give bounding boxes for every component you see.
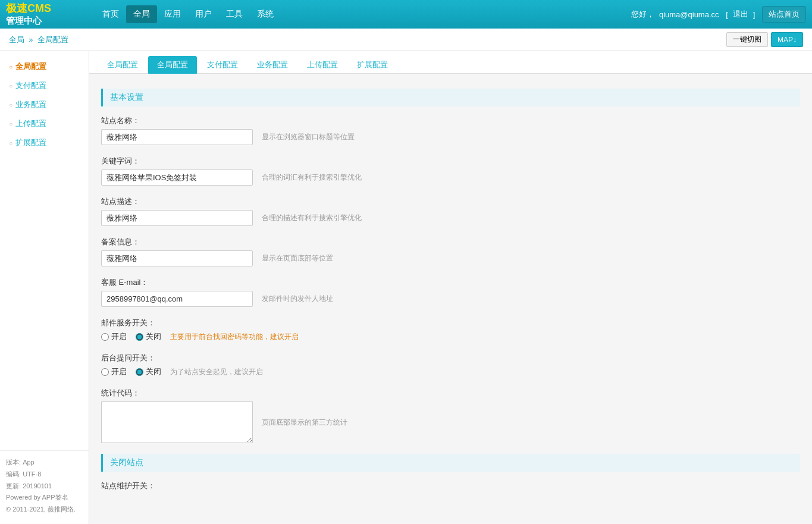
input-stats-code[interactable] [101,401,253,443]
nav-menu: 首页 全局 应用 用户 工具 系统 [95,5,631,23]
radio-backend-on-label: 开启 [111,366,127,377]
radio-group-backend: 开启 关闭 [101,366,161,377]
nav-user[interactable]: 用户 [188,5,219,23]
field-stats-code: 统计代码： 页面底部显示的第三方统计 [101,388,800,443]
nav-tools[interactable]: 工具 [219,5,250,23]
radio-mail-off[interactable]: 关闭 [136,331,161,342]
form-content: 基本设置 站点名称： 显示在浏览器窗口标题等位置 关键字词： 合理的词汇有利于搜… [89,74,812,511]
label-site-name: 站点名称： [101,115,800,126]
map-button[interactable]: MAP↓ [771,32,803,47]
sidebar-item-upload[interactable]: 上传配置 [0,114,89,133]
sidebar-footer: 版本: App 编码: UTF-8 更新: 20190101 Powered b… [0,450,89,522]
logo: 极速CMS 管理中心 [6,2,95,26]
radio-backend-off-input[interactable] [136,368,143,376]
radio-mail-on[interactable]: 开启 [101,331,127,342]
field-email: 客服 E-mail： 发邮件时的发件人地址 [101,277,800,307]
hint-beian: 显示在页面底部等位置 [262,253,333,263]
sidebar-item-global[interactable]: 全局配置 [0,57,89,76]
input-row-email: 发邮件时的发件人地址 [101,291,800,307]
sidebar-item-payment[interactable]: 支付配置 [0,76,89,95]
hint-mail-switch: 主要用于前台找回密码等功能，建议开启 [170,332,299,342]
tab-global-config[interactable]: 全局配置 [148,56,197,74]
radio-backend-off-label: 关闭 [146,366,161,377]
label-mail-switch: 邮件服务开关： [101,318,800,328]
input-row-site-name: 显示在浏览器窗口标题等位置 [101,129,800,145]
field-backend-switch: 后台提问开关： 开启 关闭 为了站点安全起见，建议开启 [101,353,800,377]
logo-line2: 管理中心 [6,15,95,26]
version-info: 版本: App [6,457,83,469]
nav-global[interactable]: 全局 [126,5,157,23]
breadcrumb: 全局 » 全局配置 [9,34,68,45]
sidebar: 全局配置 支付配置 业务配置 上传配置 扩展配置 版本: App 编码: UTF… [0,51,89,524]
powered-by: Powered by APP签名 [6,492,83,504]
input-row-site-desc: 合理的描述有利于搜索引擎优化 [101,210,800,226]
tab-extend-config[interactable]: 扩展配置 [348,56,397,74]
field-site-desc: 站点描述： 合理的描述有利于搜索引擎优化 [101,196,800,226]
hint-stats-code: 页面底部显示的第三方统计 [262,418,347,428]
sidebar-item-extend[interactable]: 扩展配置 [0,133,89,152]
tab-upload-config[interactable]: 上传配置 [298,56,347,74]
update-info: 更新: 20190101 [6,481,83,492]
field-site-maintain: 站点维护开关： [101,481,800,491]
radio-mail-off-input[interactable] [136,333,143,341]
label-keywords: 关键字词： [101,156,800,167]
label-site-maintain: 站点维护开关： [101,481,800,491]
tab-business-config[interactable]: 业务配置 [248,56,297,74]
breadcrumb-root[interactable]: 全局 [9,35,24,44]
breadcrumb-current: 全局配置 [37,35,68,44]
input-row-mail-switch: 开启 关闭 主要用于前台找回密码等功能，建议开启 [101,331,800,342]
label-beian: 备案信息： [101,237,800,247]
input-row-stats-code: 页面底部显示的第三方统计 [101,401,800,443]
encoding-info: 编码: UTF-8 [6,469,83,481]
site-home-button[interactable]: 站点首页 [762,6,806,23]
yijian-button[interactable]: 一键切图 [726,32,768,47]
header-right: 您好， qiuma@qiuma.cc [退出] 站点首页 [631,6,806,23]
hint-site-desc: 合理的描述有利于搜索引擎优化 [262,213,362,223]
radio-backend-on[interactable]: 开启 [101,366,127,377]
input-row-backend-switch: 开启 关闭 为了站点安全起见，建议开启 [101,366,800,377]
field-mail-switch: 邮件服务开关： 开启 关闭 主要用于前台找回密码等功能，建议开启 [101,318,800,342]
section-basic-header: 基本设置 [101,89,800,106]
nav-system[interactable]: 系统 [250,5,281,23]
copyright: © 2011-2021, 薇推网络. [6,504,83,516]
breadcrumb-actions: 一键切图 MAP↓ [726,32,803,47]
section-close-header: 关闭站点 [101,454,800,472]
nav-app[interactable]: 应用 [157,5,188,23]
label-email: 客服 E-mail： [101,277,800,288]
username-link[interactable]: qiuma@qiuma.cc [659,10,719,19]
radio-backend-off[interactable]: 关闭 [136,366,161,377]
label-backend-switch: 后台提问开关： [101,353,800,363]
label-stats-code: 统计代码： [101,388,800,399]
input-row-beian: 显示在页面底部等位置 [101,250,800,266]
sidebar-item-business[interactable]: 业务配置 [0,95,89,114]
radio-mail-on-label: 开启 [111,331,127,342]
tab-payment-config[interactable]: 支付配置 [198,56,247,74]
nav-home[interactable]: 首页 [95,5,126,23]
content: 全局配置 全局配置 支付配置 业务配置 上传配置 扩展配置 基本设置 站点名称：… [89,51,812,524]
hint-keywords: 合理的词汇有利于搜索引擎优化 [262,172,362,183]
input-beian[interactable] [101,250,253,266]
input-email[interactable] [101,291,253,307]
tabs: 全局配置 全局配置 支付配置 业务配置 上传配置 扩展配置 [89,51,812,74]
breadcrumb-separator: » [29,35,33,44]
radio-mail-on-input[interactable] [101,333,109,341]
label-site-desc: 站点描述： [101,196,800,207]
input-site-name[interactable] [101,129,253,145]
field-site-name: 站点名称： 显示在浏览器窗口标题等位置 [101,115,800,145]
radio-backend-on-input[interactable] [101,368,109,376]
field-beian: 备案信息： 显示在页面底部等位置 [101,237,800,266]
field-keywords: 关键字词： 合理的词汇有利于搜索引擎优化 [101,156,800,186]
radio-group-mail: 开启 关闭 [101,331,161,342]
hint-email: 发邮件时的发件人地址 [262,294,333,304]
logo-line1: 极速CMS [6,2,95,15]
hint-site-name: 显示在浏览器窗口标题等位置 [262,132,355,142]
breadcrumb-bar: 全局 » 全局配置 一键切图 MAP↓ [0,29,812,51]
input-keywords[interactable] [101,170,253,186]
logout-link[interactable]: 退出 [733,9,748,20]
input-row-keywords: 合理的词汇有利于搜索引擎优化 [101,170,800,186]
main-layout: 全局配置 支付配置 业务配置 上传配置 扩展配置 版本: App 编码: UTF… [0,51,812,524]
tab-global-config-link[interactable]: 全局配置 [98,56,147,74]
input-site-desc[interactable] [101,210,253,226]
greeting-text: 您好， [631,9,654,20]
hint-backend-switch: 为了站点安全起见，建议开启 [170,367,263,377]
